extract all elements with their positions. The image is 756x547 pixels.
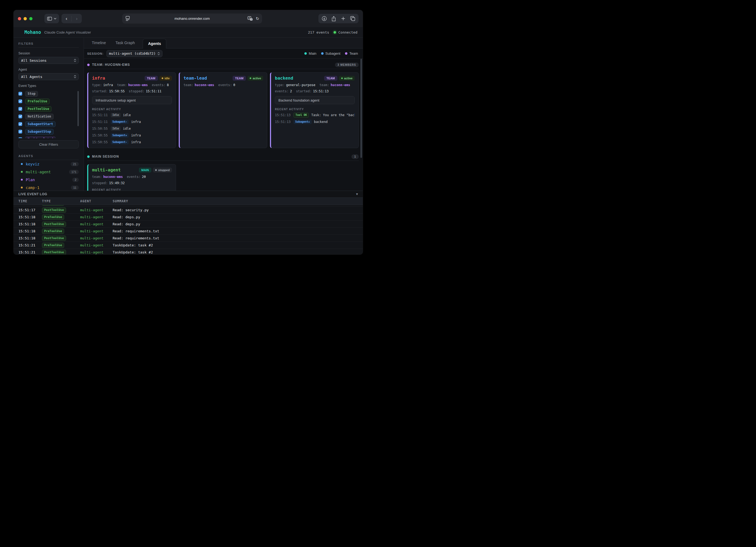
scrollbar-thumb[interactable] <box>77 91 79 126</box>
main-dot-icon <box>304 52 307 55</box>
status-badge-active: active <box>339 76 355 81</box>
downloads-button[interactable] <box>320 16 329 21</box>
app-subtitle: Claude Code Agent Visualizer <box>44 30 91 34</box>
agent-color-dot <box>21 171 23 173</box>
event-type-badge: PostToolUse <box>42 222 66 227</box>
event-type-notification[interactable]: Notification <box>18 113 79 120</box>
log-table-header: TIME TYPE AGENT SUMMARY <box>14 197 363 205</box>
agent-count-badge: 11 <box>71 185 79 190</box>
session-select[interactable]: multi-agent (cd1d4b72) <box>106 50 162 57</box>
toolbar-actions <box>318 14 359 23</box>
table-row[interactable]: 15:51:18 PostToolUse multi-agent Read: d… <box>14 221 363 228</box>
agent-card-multi-agent[interactable]: multi-agent MAIN stopped team:huconn-ems… <box>87 164 176 191</box>
sidebar-toggle-button[interactable] <box>44 14 59 23</box>
share-button[interactable] <box>329 16 338 21</box>
live-event-log: LIVE EVENT LOG ▼ TIME TYPE AGENT SUMMARY… <box>14 191 363 255</box>
agent-list-item-keyviz[interactable]: keyviz 21 <box>18 160 79 168</box>
event-type-badge: PostToolUse <box>25 106 51 112</box>
event-type-badge: PreToolUse <box>42 205 64 206</box>
recent-activity-title: RECENT ACTIVITY <box>92 188 172 191</box>
table-row[interactable]: 15:51:18 PreToolUse multi-agent Read: de… <box>14 214 363 221</box>
session-filter-select[interactable]: All Sessions <box>18 57 79 64</box>
team-section-header: TEAM: HUCONN-EMS 3 MEMBERS <box>87 62 359 68</box>
event-type-pretooluse[interactable]: PreToolUse <box>18 97 79 105</box>
activity-row: 15:50:55 Idle idle <box>92 126 172 131</box>
agent-name: Plan <box>26 178 35 182</box>
reader-view-icon[interactable] <box>126 16 130 21</box>
agent-card-team-lead[interactable]: team-lead TEAM active team:huconn-ems ev… <box>179 72 268 148</box>
agent-list-item-plan[interactable]: Plan 2 <box>18 176 79 184</box>
session-filter-value: All Sessions <box>21 58 74 63</box>
table-row[interactable]: 15:51:21 PreToolUse multi-agent TaskUpda… <box>14 242 363 249</box>
session-bar: SESSION: multi-agent (cd1d4b72) Main Sub… <box>84 48 363 59</box>
event-type-subagentstart[interactable]: SubagentStart <box>18 120 79 128</box>
scrollbar-thumb[interactable] <box>360 59 362 158</box>
checkbox-checked[interactable] <box>18 115 22 118</box>
address-bar[interactable]: mohano.onrender.com A 文 ↻ <box>122 14 262 24</box>
team-badge: TEAM <box>145 76 158 81</box>
event-type-badge: Notification <box>25 114 54 119</box>
event-type-subagentstop[interactable]: SubagentStop <box>18 128 79 135</box>
agent-description: Backend foundation agent <box>275 96 355 104</box>
checkbox-checked[interactable] <box>18 122 22 126</box>
recent-activity-title: RECENT ACTIVITY <box>275 108 355 111</box>
event-types-label: Event Types <box>18 84 79 88</box>
team-badge: TEAM <box>233 76 246 81</box>
activity-row: 15:51:13 Subagent+ backend <box>275 119 355 124</box>
tab-overview-button[interactable] <box>348 16 357 21</box>
event-type-badge: PreToolUse <box>42 214 64 220</box>
checkbox-checked[interactable] <box>18 99 22 103</box>
team-badge: TEAM <box>324 76 337 81</box>
event-type-taskcompleted[interactable]: TaskCompleted <box>18 135 79 138</box>
live-event-log-header[interactable]: LIVE EVENT LOG ▼ <box>14 191 363 197</box>
tool-ok-badge: Tool OK <box>294 113 309 118</box>
translate-icon[interactable]: A 文 <box>247 16 253 21</box>
idle-badge: Idle <box>111 126 120 131</box>
back-button[interactable]: ‹ <box>61 16 71 21</box>
event-type-stop[interactable]: Stop <box>18 90 79 97</box>
table-row[interactable]: 15:51:18 PreToolUse multi-agent Read: re… <box>14 228 363 235</box>
minimize-window-button[interactable] <box>24 17 27 20</box>
activity-row: 15:51:13 Tool OK Task: You are the "back… <box>275 113 355 118</box>
column-type: TYPE <box>42 199 80 203</box>
table-row[interactable]: 15:51:18 PostToolUse multi-agent Read: r… <box>14 235 363 242</box>
close-window-button[interactable] <box>18 17 21 20</box>
table-row[interactable]: 15:51:17 PostToolUse multi-agent Read: s… <box>14 207 363 214</box>
divider <box>87 161 359 161</box>
legend-subagent: Subagent <box>321 51 341 56</box>
collapse-icon[interactable]: ▼ <box>356 193 358 196</box>
agent-list-item-camp-1[interactable]: camp-1 11 <box>18 184 79 191</box>
new-tab-button[interactable] <box>338 16 348 21</box>
log-table-body[interactable]: 15:51:17 PreToolUse multi-agent Read: se… <box>14 205 363 255</box>
tab-task-graph[interactable]: Task Graph <box>115 41 135 48</box>
team-members-badge: 3 MEMBERS <box>335 63 359 67</box>
clear-filters-button[interactable]: Clear Filters <box>18 140 79 148</box>
checkbox-checked[interactable] <box>18 130 22 134</box>
agent-name: multi-agent <box>26 170 51 174</box>
agent-card-backend[interactable]: backend TEAM active type:general-purpose… <box>270 72 359 148</box>
event-types-list: Stop PreToolUse PostToolUse Notification… <box>18 90 79 138</box>
subagent-start-badge: Subagent+ <box>111 133 129 138</box>
filters-title: FILTERS <box>18 42 79 45</box>
svg-text:A: A <box>249 17 250 19</box>
tab-timeline[interactable]: Timeline <box>92 41 106 48</box>
event-type-posttooluse[interactable]: PostToolUse <box>18 105 79 113</box>
agent-filter-select[interactable]: All Agents <box>18 73 79 80</box>
tab-agents[interactable]: Agents <box>143 39 166 48</box>
reload-icon[interactable]: ↻ <box>256 16 259 21</box>
agent-card-title: backend <box>275 76 293 81</box>
divider <box>87 69 359 69</box>
forward-button[interactable]: › <box>72 16 82 21</box>
agent-list-item-multi-agent[interactable]: multi-agent 171 <box>18 168 79 176</box>
zoom-window-button[interactable] <box>29 17 32 20</box>
table-row[interactable]: 15:51:21 PostToolUse multi-agent TaskUpd… <box>14 249 363 255</box>
checkbox-checked[interactable] <box>18 137 22 138</box>
checkbox-checked[interactable] <box>18 107 22 111</box>
agent-card-infra[interactable]: infra TEAM idle type:infra team:huconn-e… <box>87 72 176 148</box>
activity-row: 15:51:11 Idle idle <box>92 113 172 118</box>
agent-color-dot <box>21 163 23 165</box>
checkbox-checked[interactable] <box>18 92 22 96</box>
select-chevrons-icon <box>158 52 160 55</box>
agents-content: TEAM: HUCONN-EMS 3 MEMBERS infra TEAM id… <box>84 59 363 191</box>
main-badge: MAIN <box>139 168 151 172</box>
